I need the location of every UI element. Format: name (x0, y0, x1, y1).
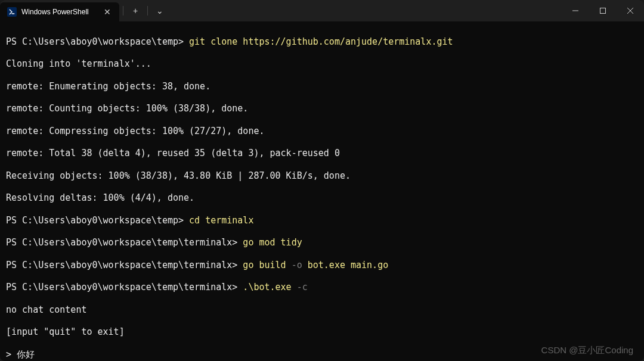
maximize-button[interactable] (589, 0, 617, 21)
minimize-button[interactable] (562, 0, 589, 21)
terminal-line: PS C:\Users\aboy0\workspace\temp\termina… (6, 237, 638, 248)
close-button[interactable] (617, 0, 644, 21)
terminal-line: PS C:\Users\aboy0\workspace\temp\termina… (6, 260, 638, 271)
terminal-line: Cloning into 'terminalx'... (6, 58, 638, 70)
tab-close-button[interactable]: ✕ (103, 7, 112, 17)
terminal-line: remote: Enumerating objects: 38, done. (6, 81, 638, 92)
tab-dropdown-button[interactable]: ⌄ (151, 2, 168, 19)
terminal-line: [input "quit" to exit] (6, 326, 638, 338)
new-tab-button[interactable]: + (127, 2, 144, 19)
tab-strip: Windows PowerShell ✕ + ⌄ (0, 0, 172, 21)
terminal-line: PS C:\Users\aboy0\workspace\temp\termina… (6, 282, 638, 293)
titlebar: Windows PowerShell ✕ + ⌄ (0, 0, 644, 21)
svg-rect-1 (600, 8, 606, 14)
terminal-body[interactable]: PS C:\Users\aboy0\workspace\temp> git cl… (0, 21, 644, 361)
terminal-line: Receiving objects: 100% (38/38), 43.80 K… (6, 170, 638, 182)
tab-divider (147, 6, 148, 15)
terminal-line: remote: Compressing objects: 100% (27/27… (6, 126, 638, 137)
tab-divider (123, 6, 123, 15)
terminal-line: PS C:\Users\aboy0\workspace\temp> git cl… (6, 36, 638, 48)
tab-title: Windows PowerShell (21, 8, 98, 16)
terminal-window: Windows PowerShell ✕ + ⌄ PS C:\Users\abo… (0, 0, 644, 361)
terminal-line: no chat content (6, 304, 638, 316)
tab-actions: + ⌄ (119, 0, 172, 21)
terminal-line: > 你好 (6, 349, 638, 360)
tab-powershell[interactable]: Windows PowerShell ✕ (0, 2, 119, 21)
window-controls (562, 0, 644, 21)
terminal-line: PS C:\Users\aboy0\workspace\temp> cd ter… (6, 215, 638, 226)
terminal-line: remote: Counting objects: 100% (38/38), … (6, 103, 638, 114)
powershell-icon (7, 7, 17, 17)
terminal-line: Resolving deltas: 100% (4/4), done. (6, 192, 638, 204)
terminal-line: remote: Total 38 (delta 4), reused 35 (d… (6, 148, 638, 159)
